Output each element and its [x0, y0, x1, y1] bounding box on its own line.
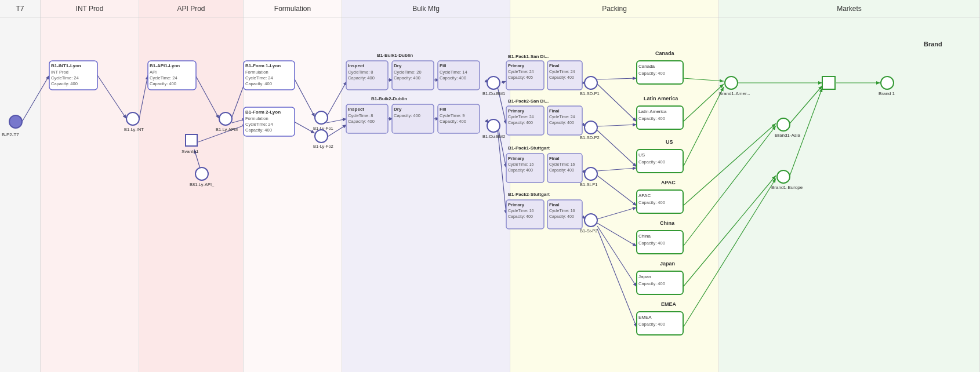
svg-text:Capacity: 400: Capacity: 400 — [150, 81, 176, 86]
column-headers: T7 INT Prod API Prod Formulation Bulk Mf… — [0, 0, 980, 17]
svg-text:B1-API1-Lyon: B1-API1-Lyon — [150, 63, 180, 68]
svg-text:CycleTime: 20: CycleTime: 20 — [394, 70, 422, 75]
svg-text:B1-Ly-APM: B1-Ly-APM — [216, 127, 238, 132]
svg-point-57 — [126, 112, 139, 125]
svg-point-144 — [585, 167, 597, 180]
svg-rect-66 — [186, 134, 197, 146]
diagram-container: T7 INT Prod API Prod Formulation Bulk Mf… — [0, 0, 980, 372]
svg-text:APAC: APAC — [638, 193, 651, 198]
svg-text:Capacity: 400: Capacity: 400 — [638, 159, 665, 165]
svg-text:Capacity: 400: Capacity: 400 — [549, 168, 574, 173]
diagram-body: B-P2-T7 B1-INT1-Lyon INT Prod CycleTime:… — [0, 17, 980, 372]
svg-text:Capacity: 400: Capacity: 400 — [638, 281, 665, 286]
svg-point-50 — [9, 115, 22, 128]
svg-text:CycleTime: 24: CycleTime: 24 — [508, 70, 534, 74]
svg-line-11 — [294, 122, 315, 133]
svg-text:CycleTime: 16: CycleTime: 16 — [549, 162, 575, 167]
svg-text:Brand1-Europe: Brand1-Europe — [771, 185, 803, 190]
svg-point-122 — [585, 76, 597, 89]
svg-text:Japan: Japan — [660, 261, 675, 267]
svg-text:B1-Pack1-San Di...: B1-Pack1-San Di... — [508, 54, 549, 59]
svg-line-21 — [502, 81, 506, 83]
svg-line-23 — [498, 125, 506, 168]
svg-line-42 — [683, 123, 776, 206]
svg-line-33 — [597, 168, 637, 171]
svg-text:Brand 1: Brand 1 — [879, 91, 895, 96]
svg-text:CycleTime: 24: CycleTime: 24 — [549, 70, 575, 74]
svg-text:Capacity: 400: Capacity: 400 — [51, 81, 78, 86]
svg-text:Capacity: 400: Capacity: 400 — [549, 214, 574, 219]
header-api: API Prod — [139, 0, 244, 17]
svg-line-41 — [683, 87, 724, 167]
svg-text:Capacity: 400: Capacity: 400 — [440, 75, 466, 81]
svg-text:Brand1-Asia: Brand1-Asia — [775, 133, 801, 138]
svg-point-155 — [585, 214, 597, 227]
svg-text:Capacity: 400: Capacity: 400 — [245, 81, 272, 86]
svg-text:CycleTime: 16: CycleTime: 16 — [508, 162, 534, 167]
svg-text:Formulation: Formulation — [245, 116, 268, 121]
svg-point-68 — [195, 167, 208, 180]
svg-line-5 — [195, 75, 219, 119]
svg-line-30 — [597, 84, 637, 122]
svg-point-64 — [219, 112, 232, 125]
svg-text:US: US — [638, 152, 645, 158]
svg-text:B81-Ly-API_: B81-Ly-API_ — [190, 182, 215, 187]
svg-text:Brand1-Amer...: Brand1-Amer... — [719, 91, 750, 96]
svg-text:Capacity: 400: Capacity: 400 — [638, 71, 665, 76]
svg-text:B1-Form 1-Lyon: B1-Form 1-Lyon — [245, 63, 281, 68]
svg-text:Canada: Canada — [638, 64, 655, 69]
svg-text:Final: Final — [549, 108, 560, 114]
diagram-svg: B-P2-T7 B1-INT1-Lyon INT Prod CycleTime:… — [0, 17, 980, 372]
svg-line-32 — [597, 130, 637, 167]
svg-line-39 — [683, 78, 724, 81]
svg-text:B1-Form 2-Lyon: B1-Form 2-Lyon — [245, 110, 281, 115]
svg-text:B-P2-T7: B-P2-T7 — [2, 132, 19, 137]
svg-text:B1-Bulk2-Dublin: B1-Bulk2-Dublin — [371, 96, 407, 101]
svg-line-13 — [326, 119, 347, 123]
svg-text:Fill: Fill — [440, 107, 447, 112]
svg-text:B1-St-P1: B1-St-P1 — [580, 182, 597, 187]
svg-point-133 — [585, 121, 597, 134]
svg-text:EMEA: EMEA — [661, 301, 677, 307]
svg-text:B1-Pack1-Stuttgart: B1-Pack1-Stuttgart — [508, 145, 550, 151]
svg-text:B1-Pack2-San Di...: B1-Pack2-San Di... — [508, 99, 549, 104]
svg-text:US: US — [666, 139, 673, 145]
svg-point-187 — [777, 118, 790, 131]
svg-text:B1-Du-BM1: B1-Du-BM1 — [482, 91, 505, 96]
svg-text:Capacity: 400: Capacity: 400 — [245, 127, 272, 133]
svg-text:Fill: Fill — [440, 63, 447, 68]
svg-text:CycleTime: 16: CycleTime: 16 — [508, 209, 534, 213]
svg-line-24 — [498, 129, 506, 214]
svg-rect-191 — [822, 76, 835, 89]
svg-text:API: API — [150, 70, 157, 75]
svg-text:Formulation: Formulation — [245, 70, 268, 75]
svg-text:B1-Ly-INT: B1-Ly-INT — [124, 127, 144, 132]
svg-text:Inspect: Inspect — [348, 63, 364, 68]
svg-text:B1-SD-P2: B1-SD-P2 — [580, 135, 600, 140]
svg-text:CycleTime: 8: CycleTime: 8 — [348, 70, 373, 75]
svg-text:CycleTime: 24: CycleTime: 24 — [508, 115, 534, 119]
svg-point-189 — [777, 170, 790, 183]
svg-line-34 — [597, 176, 637, 206]
svg-line-40 — [683, 84, 724, 122]
svg-text:CycleTime: 8: CycleTime: 8 — [348, 113, 373, 118]
svg-point-185 — [725, 76, 738, 89]
svg-line-48 — [790, 88, 822, 176]
header-bulk: Bulk Mfg — [342, 0, 510, 17]
svg-line-2 — [22, 75, 49, 122]
header-pack: Packing — [510, 0, 719, 17]
svg-text:Japan: Japan — [638, 274, 651, 279]
svg-text:Capacity: 400: Capacity: 400 — [638, 322, 665, 327]
svg-text:Capacity: 400: Capacity: 400 — [638, 200, 665, 205]
svg-point-97 — [487, 76, 500, 89]
svg-text:China: China — [660, 220, 675, 226]
svg-text:B1-Du-BM2: B1-Du-BM2 — [482, 134, 505, 139]
svg-line-31 — [597, 125, 637, 126]
svg-text:China: China — [638, 234, 651, 239]
svg-text:Capacity: 400: Capacity: 400 — [394, 75, 420, 81]
svg-text:B1-Bulk1-Dublin: B1-Bulk1-Dublin — [377, 53, 413, 58]
svg-text:Capacity: 400: Capacity: 400 — [638, 116, 665, 121]
svg-text:Brand: Brand — [924, 41, 942, 48]
svg-text:Canada: Canada — [655, 50, 675, 56]
svg-point-111 — [487, 119, 500, 132]
